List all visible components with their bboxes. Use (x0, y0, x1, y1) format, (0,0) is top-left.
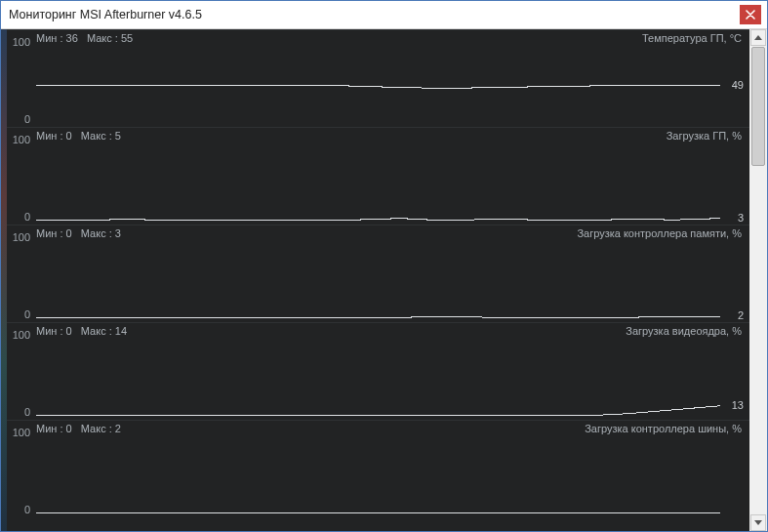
y-axis-min: 0 (24, 211, 30, 223)
panel-header: Мин : 0 Макс : 3Загрузка контроллера пам… (36, 227, 742, 239)
client-area: Мин : 36 Макс : 55Температура ГП, °C1000… (1, 29, 767, 531)
y-axis: 1000 (7, 30, 34, 127)
graph-panel-memctl-usage[interactable]: Мин : 0 Макс : 3Загрузка контроллера пам… (7, 225, 749, 322)
current-value: 2 (738, 309, 744, 321)
metric-name: Загрузка контроллера шины, % (585, 423, 742, 434)
plot-area (36, 436, 720, 513)
y-axis-max: 100 (13, 36, 30, 48)
minmax-label: Мин : 0 Макс : 5 (36, 130, 121, 142)
current-value: 3 (738, 212, 744, 224)
current-value: 13 (732, 399, 744, 411)
graph-panel-gpu-temp[interactable]: Мин : 36 Макс : 55Температура ГП, °C1000… (7, 29, 749, 127)
graph-panel-busctl-usage[interactable]: Мин : 0 Макс : 2Загрузка контроллера шин… (7, 420, 749, 517)
metric-name: Загрузка видеоядра, % (626, 325, 742, 337)
y-axis: 1000 (7, 421, 34, 517)
graph-panel-gpu-usage[interactable]: Мин : 0 Макс : 5Загрузка ГП, %10003 (7, 127, 749, 225)
y-axis-max: 100 (13, 329, 30, 341)
y-axis-min: 0 (24, 504, 30, 515)
panel-header: Мин : 0 Макс : 2Загрузка контроллера шин… (36, 423, 742, 434)
minmax-label: Мин : 36 Макс : 55 (36, 32, 133, 44)
panel-header: Мин : 0 Макс : 5Загрузка ГП, % (36, 130, 742, 142)
plot-area (36, 143, 720, 221)
current-value: 49 (732, 79, 744, 91)
plot-area (36, 339, 720, 416)
chevron-up-icon (754, 35, 762, 40)
minmax-label: Мин : 0 Макс : 3 (36, 227, 121, 239)
metric-name: Загрузка контроллера памяти, % (577, 227, 742, 239)
titlebar[interactable]: Мониторинг MSI Afterburner v4.6.5 (1, 1, 767, 29)
y-axis-min: 0 (24, 113, 30, 125)
plot-area (36, 241, 720, 318)
y-axis: 1000 (7, 323, 34, 420)
window-title: Мониторинг MSI Afterburner v4.6.5 (9, 8, 740, 21)
scroll-down-button[interactable] (750, 514, 766, 531)
y-axis-min: 0 (24, 308, 30, 320)
panel-header: Мин : 0 Макс : 14Загрузка видеоядра, % (36, 325, 742, 337)
plot-area (36, 46, 720, 123)
panel-header: Мин : 36 Макс : 55Температура ГП, °C (36, 32, 742, 44)
metric-name: Температура ГП, °C (642, 32, 742, 44)
y-axis: 1000 (7, 128, 34, 225)
y-axis: 1000 (7, 225, 34, 322)
y-axis-max: 100 (13, 427, 30, 438)
close-icon (746, 10, 755, 20)
scroll-up-button[interactable] (750, 29, 766, 46)
scroll-thumb[interactable] (751, 47, 765, 166)
minmax-label: Мин : 0 Макс : 14 (36, 325, 127, 337)
minmax-label: Мин : 0 Макс : 2 (36, 423, 121, 434)
graph-panel-video-engine[interactable]: Мин : 0 Макс : 14Загрузка видеоядра, %10… (7, 322, 749, 420)
metric-name: Загрузка ГП, % (667, 130, 742, 142)
y-axis-max: 100 (13, 134, 30, 145)
monitoring-window: Мониторинг MSI Afterburner v4.6.5 Мин : … (0, 0, 768, 532)
y-axis-max: 100 (13, 231, 30, 243)
y-axis-min: 0 (24, 406, 30, 418)
vertical-scrollbar[interactable] (749, 29, 767, 531)
chevron-down-icon (754, 520, 762, 525)
graphs-viewport[interactable]: Мин : 36 Макс : 55Температура ГП, °C1000… (7, 29, 749, 531)
close-button[interactable] (740, 5, 761, 24)
